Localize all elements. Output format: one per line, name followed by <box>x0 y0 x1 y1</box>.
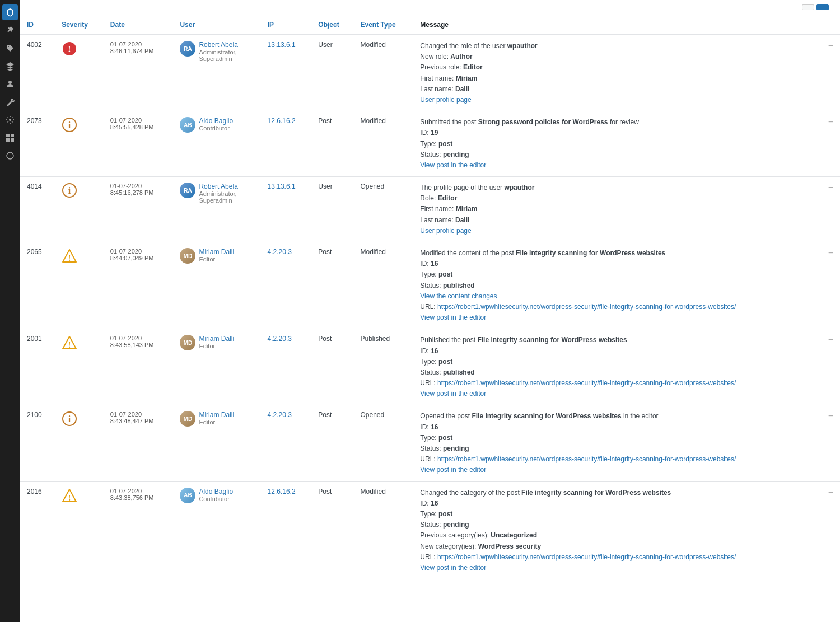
expand-button[interactable]: − <box>828 488 833 497</box>
cell-user: RA Robert Abela Administrator,Superadmin <box>173 35 260 111</box>
cell-id: 2065 <box>20 242 55 329</box>
user-role: Editor <box>199 419 234 425</box>
user-name-link[interactable]: Miriam Dalli <box>199 248 234 256</box>
cell-ip[interactable]: 4.2.20.3 <box>261 329 312 405</box>
cell-id: 2100 <box>20 405 55 481</box>
cell-date: 01-07-20208:43:38,756 PM <box>104 481 174 579</box>
expand-button[interactable]: − <box>828 41 833 50</box>
view-toggle <box>802 4 829 10</box>
col-message: Message <box>413 15 817 35</box>
cell-severity: i <box>55 405 104 481</box>
expand-button[interactable]: − <box>828 335 833 344</box>
table-row: 2001 ! 01-07-20208:43:58,143 PM MD Miria… <box>20 329 840 405</box>
user-name-link[interactable]: Robert Abela <box>199 183 237 190</box>
cell-date: 01-07-20208:43:58,143 PM <box>104 329 174 405</box>
sidebar-icon-circle[interactable] <box>2 148 18 163</box>
table-row: 4002 ! 01-07-20208:46:11,674 PM RA Rober… <box>20 35 840 111</box>
cell-ip[interactable]: 4.2.20.3 <box>261 242 312 329</box>
user-role: Editor <box>199 256 234 263</box>
sidebar-icon-person[interactable] <box>2 76 18 92</box>
svg-rect-2 <box>6 134 10 137</box>
cell-message: Published the post File integrity scanni… <box>413 329 817 405</box>
cell-expand: − <box>817 111 840 177</box>
sidebar <box>0 0 20 622</box>
cell-date: 01-07-20208:45:55,428 PM <box>104 111 174 177</box>
cell-user: MD Miriam Dalli Editor <box>173 242 260 329</box>
col-expand <box>817 15 840 35</box>
cell-severity: ! <box>55 329 104 405</box>
svg-point-6 <box>7 152 13 159</box>
sidebar-icon-tag[interactable] <box>2 40 18 56</box>
user-name-link[interactable]: Aldo Baglio <box>199 117 233 125</box>
cell-severity: ! <box>55 481 104 579</box>
col-severity[interactable]: Severity <box>55 15 104 35</box>
cell-event-type: Modified <box>354 35 414 111</box>
cell-user: MD Miriam Dalli Editor <box>173 405 260 481</box>
user-name-link[interactable]: Aldo Baglio <box>199 488 233 495</box>
sidebar-icon-grid[interactable] <box>2 130 18 146</box>
cell-object: User <box>311 35 353 111</box>
cell-expand: − <box>817 481 840 579</box>
cell-object: User <box>311 177 353 242</box>
sidebar-icon-settings[interactable] <box>2 112 18 128</box>
list-view-button[interactable] <box>802 4 814 10</box>
user-name-link[interactable]: Miriam Dalli <box>199 411 234 419</box>
cell-event-type: Published <box>354 329 414 405</box>
user-name-link[interactable]: Miriam Dalli <box>199 335 234 343</box>
grid-view-button[interactable] <box>816 4 829 10</box>
cell-ip[interactable]: 12.6.16.2 <box>261 481 312 579</box>
cell-object: Post <box>311 242 353 329</box>
cell-id: 2001 <box>20 329 55 405</box>
sidebar-icon-pin[interactable] <box>2 22 18 38</box>
cell-message: Changed the category of the post File in… <box>413 481 817 579</box>
svg-text:!: ! <box>68 254 71 263</box>
col-date[interactable]: Date <box>104 15 174 35</box>
cell-message: Submitted the post Strong password polic… <box>413 111 817 177</box>
cell-user: RA Robert Abela Administrator,Superadmin <box>173 177 260 242</box>
cell-ip[interactable]: 13.13.6.1 <box>261 35 312 111</box>
user-role: Administrator,Superadmin <box>199 190 237 204</box>
expand-button[interactable]: − <box>828 248 833 258</box>
audit-log-table-container: ID Severity Date User IP Object Event Ty… <box>20 15 840 622</box>
user-role: Contributor <box>199 495 233 502</box>
sidebar-icon-layers[interactable] <box>2 58 18 74</box>
cell-expand: − <box>817 35 840 111</box>
col-ip[interactable]: IP <box>261 15 312 35</box>
cell-date: 01-07-20208:45:16,278 PM <box>104 177 174 242</box>
cell-id: 2016 <box>20 481 55 579</box>
user-role: Administrator,Superadmin <box>199 49 237 62</box>
svg-point-0 <box>8 81 12 84</box>
col-user[interactable]: User <box>173 15 260 35</box>
sidebar-icon-shield[interactable] <box>2 4 18 20</box>
main-content: ID Severity Date User IP Object Event Ty… <box>20 0 840 622</box>
cell-object: Post <box>311 329 353 405</box>
user-name-link[interactable]: Robert Abela <box>199 41 237 49</box>
cell-date: 01-07-20208:43:48,447 PM <box>104 405 174 481</box>
table-row: 2016 ! 01-07-20208:43:38,756 PM AB Aldo … <box>20 481 840 579</box>
cell-ip[interactable]: 12.6.16.2 <box>261 111 312 177</box>
col-object[interactable]: Object <box>311 15 353 35</box>
svg-rect-3 <box>11 134 14 137</box>
svg-point-1 <box>9 119 11 121</box>
cell-id: 4014 <box>20 177 55 242</box>
cell-user: AB Aldo Baglio Contributor <box>173 111 260 177</box>
svg-text:i: i <box>68 414 71 424</box>
cell-ip[interactable]: 4.2.20.3 <box>261 405 312 481</box>
cell-object: Post <box>311 481 353 579</box>
expand-button[interactable]: − <box>828 411 833 420</box>
cell-object: Post <box>311 405 353 481</box>
cell-expand: − <box>817 405 840 481</box>
cell-expand: − <box>817 329 840 405</box>
cell-ip[interactable]: 13.13.6.1 <box>261 177 312 242</box>
user-role: Contributor <box>199 125 233 132</box>
expand-button[interactable]: − <box>828 117 833 127</box>
col-id[interactable]: ID <box>20 15 55 35</box>
cell-event-type: Modified <box>354 111 414 177</box>
col-event-type[interactable]: Event Type <box>354 15 414 35</box>
audit-log-table: ID Severity Date User IP Object Event Ty… <box>20 15 840 579</box>
sidebar-icon-wrench[interactable] <box>2 94 18 110</box>
cell-message: The profile page of the user wpauthorRol… <box>413 177 817 242</box>
cell-date: 01-07-20208:44:07,049 PM <box>104 242 174 329</box>
expand-button[interactable]: − <box>828 183 833 192</box>
cell-severity: ! <box>55 242 104 329</box>
